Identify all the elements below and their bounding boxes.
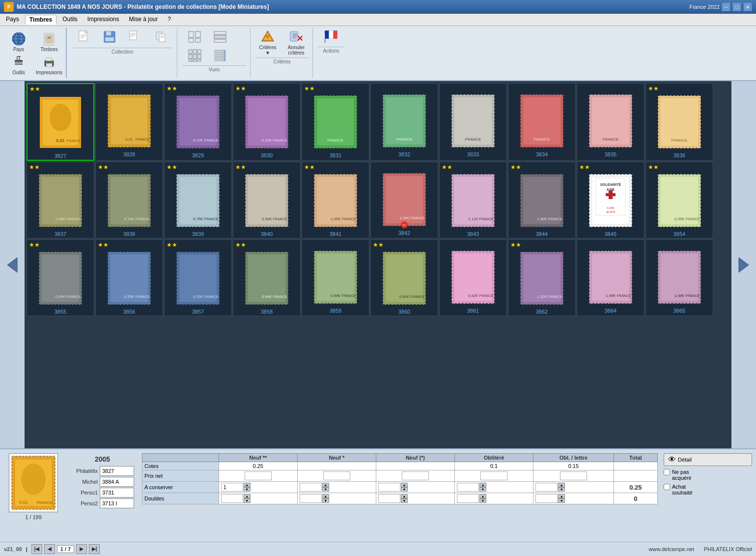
stamp-cell-3865[interactable]: 1.98€ FRANCE 3865	[645, 239, 713, 316]
ne-pas-acquerir-checkbox[interactable]	[664, 469, 670, 475]
pays-button[interactable]: Pays	[4, 30, 33, 53]
impressions-button[interactable]: Impressions	[34, 53, 64, 76]
stamp-cell-3838[interactable]: ★★ 0.70€ FRANCE 3838	[95, 162, 163, 238]
doc-button[interactable]	[123, 28, 147, 47]
stamp-cell-3832[interactable]: FRANCE 3832	[370, 83, 438, 161]
doubles-input-5[interactable]	[535, 494, 558, 503]
menu-pays[interactable]: Pays	[2, 15, 23, 25]
timbres-button[interactable]: Timbres	[34, 30, 64, 53]
doubles-down-2[interactable]: ▼	[322, 498, 329, 503]
doubles-input-4[interactable]	[457, 494, 479, 503]
prev-page-button[interactable]: ◀	[44, 544, 55, 554]
save-button[interactable]	[97, 28, 122, 46]
perso2-input[interactable]	[100, 498, 134, 508]
minimize-button[interactable]: ─	[722, 2, 730, 11]
stamp-cell-3854[interactable]: ★★ 0.05€ FRANCE 3854	[645, 162, 713, 238]
aconserver-up-4[interactable]: ▲	[479, 483, 486, 487]
aconserver-input-5[interactable]	[535, 483, 558, 492]
view4-button[interactable]	[208, 47, 232, 64]
philatelix-input[interactable]	[100, 466, 134, 476]
restore-button[interactable]: □	[732, 2, 741, 11]
prixnet-input-5[interactable]	[560, 471, 587, 480]
stamp-cell-3834[interactable]: FRANCE 3834	[508, 83, 576, 161]
aconserver-input-1[interactable]	[221, 483, 243, 492]
flag-button[interactable]	[319, 28, 343, 46]
prev-page-arrow[interactable]	[0, 81, 25, 448]
view2-button[interactable]	[208, 28, 232, 46]
achat-souhaite-checkbox[interactable]	[664, 484, 670, 490]
menu-help[interactable]: ?	[164, 15, 175, 25]
doubles-up-3[interactable]: ▲	[401, 494, 408, 498]
prixnet-input-2[interactable]	[323, 471, 350, 480]
doubles-up-2[interactable]: ▲	[322, 494, 329, 498]
menu-miseajour[interactable]: Mise à jour	[125, 15, 162, 25]
view3-button[interactable]	[182, 47, 207, 64]
stamp-cell-3845[interactable]: ★★ SOLIDARITÉ ASIE	[577, 162, 644, 238]
aconserver-down-2[interactable]: ▼	[322, 487, 329, 492]
stamp-cell-3836[interactable]: ★★ FRANCE 3836	[645, 83, 713, 161]
stamp-cell-3841[interactable]: ★★ 1.00€ FRANCE 3841	[302, 162, 369, 238]
stamp-cell-3830[interactable]: ★★ 0.10€ FRANCE 3830	[233, 83, 301, 161]
prixnet-input-4[interactable]	[480, 471, 507, 480]
aconserver-down-4[interactable]: ▼	[479, 487, 486, 492]
stamp-cell-3864[interactable]: 1.98€ FRANCE 3864	[577, 239, 644, 316]
aconserver-up-3[interactable]: ▲	[401, 483, 408, 487]
aconserver-up-1[interactable]: ▲	[244, 483, 251, 487]
stamp-cell-3855[interactable]: ★★ 0.05€ FRANCE 3855	[27, 239, 94, 316]
doubles-input-1[interactable]	[221, 494, 243, 503]
stamp-cell-3839[interactable]: ★★ 0.75€ FRANCE 3839	[164, 162, 232, 238]
prixnet-input-1[interactable]	[245, 471, 272, 480]
stamp-cell-3859[interactable]: 0.64€ FRANCE 3859	[302, 239, 369, 316]
doubles-input-3[interactable]	[378, 494, 400, 503]
close-button[interactable]: ✕	[743, 2, 752, 11]
doubles-down-1[interactable]: ▼	[244, 498, 251, 503]
stamp-cell-3837[interactable]: ★★ 0.58€ FRANCE 3837	[27, 162, 94, 238]
stamp-cell-3856[interactable]: ★★ 0.55€ FRANCE 3856	[95, 239, 163, 316]
stamp-cell-3860[interactable]: ★★ 0.82€ FRANCE 3860	[370, 239, 438, 316]
stamp-cell-3857[interactable]: ★★ 0.55€ FRANCE 3857	[164, 239, 232, 316]
stamp-cell-3861[interactable]: 0.82€ FRANCE 3861	[439, 239, 507, 316]
doubles-down-5[interactable]: ▼	[558, 498, 565, 503]
stamp-cell-3862[interactable]: ★★ 1.22€ FRANCE 3862	[508, 239, 576, 316]
aconserver-down-5[interactable]: ▼	[558, 487, 565, 492]
stamp-cell-3840[interactable]: ★★ 0.90€ FRANCE 3840	[233, 162, 301, 238]
stamp-cell-3833[interactable]: FRANCE 3833	[439, 83, 507, 161]
annuler-criteres-button[interactable]: Annuler critères	[284, 28, 308, 57]
stamp-cell-3827[interactable]: ★★ 0.01 FRANCE	[27, 83, 94, 161]
menu-outils[interactable]: Outils	[58, 15, 82, 25]
new-button[interactable]	[72, 28, 96, 46]
aconserver-down-1[interactable]: ▼	[244, 487, 251, 492]
aconserver-input-3[interactable]	[378, 483, 400, 492]
aconserver-down-3[interactable]: ▼	[401, 487, 408, 492]
doubles-up-1[interactable]: ▲	[244, 494, 251, 498]
michel-input[interactable]	[100, 477, 134, 487]
aconserver-input-4[interactable]	[457, 483, 479, 492]
last-page-button[interactable]: ▶|	[89, 544, 100, 554]
doc2-button[interactable]	[148, 28, 173, 47]
doubles-up-5[interactable]: ▲	[558, 494, 565, 498]
next-page-arrow[interactable]	[731, 81, 756, 448]
perso1-input[interactable]	[100, 488, 134, 497]
doubles-input-2[interactable]	[300, 494, 322, 503]
next-page-button[interactable]: ▶	[76, 544, 87, 554]
aconserver-up-5[interactable]: ▲	[558, 483, 565, 487]
aconserver-input-2[interactable]	[300, 483, 322, 492]
stamp-cell-3844[interactable]: ★★ 1.90€ FRANCE 3844	[508, 162, 576, 238]
stamp-cell-3842[interactable]: 1.00€ FRANCE − 3842	[370, 162, 438, 238]
stamp-cell-3835[interactable]: FRANCE 3835	[577, 83, 644, 161]
view1-button[interactable]	[182, 28, 207, 46]
outils-button[interactable]: IT Outils	[4, 53, 33, 76]
prixnet-input-3[interactable]	[402, 471, 429, 480]
aconserver-up-2[interactable]: ▲	[322, 483, 329, 487]
stamp-cell-3829[interactable]: ★★ 0.10€ FRANCE 3829	[164, 83, 232, 161]
first-page-button[interactable]: |◀	[31, 544, 42, 554]
criteres-button[interactable]: Critères ▼	[255, 28, 280, 57]
stamp-cell-3831[interactable]: ★★ FRANCE 3831	[302, 83, 369, 161]
doubles-down-3[interactable]: ▼	[401, 498, 408, 503]
detail-button[interactable]: 👁 Détail	[664, 453, 752, 466]
stamp-cell-3828[interactable]: 0.01 FRANCE 3828	[95, 83, 163, 161]
menu-impressions[interactable]: Impressions	[84, 15, 123, 25]
doubles-up-4[interactable]: ▲	[479, 494, 486, 498]
doubles-down-4[interactable]: ▼	[479, 498, 486, 503]
stamp-cell-3843[interactable]: ★★ 1.11€ FRANCE 3843	[439, 162, 507, 238]
